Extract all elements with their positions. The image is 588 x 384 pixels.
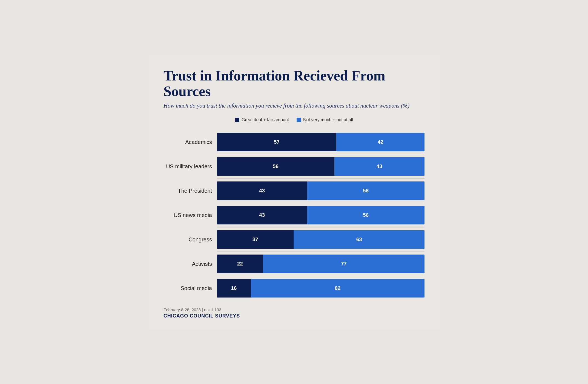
- chart-area: Academics5742US military leaders5643The …: [164, 133, 424, 298]
- bar-container: 4356: [217, 206, 424, 224]
- bar-container: 5643: [217, 157, 424, 176]
- legend-dark-swatch: [235, 118, 239, 122]
- bar-row: Academics5742: [164, 133, 424, 151]
- row-divider: [217, 252, 424, 252]
- bar-dark: 22: [217, 255, 263, 273]
- row-label: Social media: [164, 285, 217, 291]
- row-label: The President: [164, 187, 217, 194]
- row-label: Congress: [164, 236, 217, 243]
- bar-light: 43: [334, 157, 424, 176]
- bar-light: 82: [251, 279, 424, 298]
- row-label: US news media: [164, 212, 217, 218]
- bar-dark: 43: [217, 181, 307, 200]
- row-label: US military leaders: [164, 163, 217, 170]
- row-label: Academics: [164, 139, 217, 145]
- bar-row: US news media4356: [164, 206, 424, 224]
- legend-light: Not very much + not at all: [297, 117, 353, 122]
- bar-dark: 56: [217, 157, 334, 176]
- bar-row: Congress3763: [164, 230, 424, 249]
- row-divider: [217, 227, 424, 227]
- bar-container: 3763: [217, 230, 424, 249]
- bar-row: The President4356: [164, 181, 424, 200]
- legend-dark-label: Great deal + fair amount: [242, 117, 289, 122]
- legend: Great deal + fair amount Not very much +…: [164, 117, 424, 122]
- row-label: Activists: [164, 261, 217, 267]
- bar-container: 5742: [217, 133, 424, 151]
- row-divider: [217, 178, 424, 179]
- bar-row: Social media1682: [164, 279, 424, 298]
- bar-row: US military leaders5643: [164, 157, 424, 176]
- legend-light-swatch: [297, 118, 301, 122]
- bar-light: 77: [263, 255, 424, 273]
- row-divider: [217, 203, 424, 203]
- chart-card: Trust in Information Recieved From Sourc…: [147, 54, 441, 330]
- bar-dark: 37: [217, 230, 294, 249]
- bar-container: 1682: [217, 279, 424, 298]
- bar-dark: 43: [217, 206, 307, 224]
- bar-light: 42: [336, 133, 424, 151]
- chart-title: Trust in Information Recieved From Sourc…: [164, 68, 424, 99]
- legend-light-label: Not very much + not at all: [303, 117, 353, 122]
- footer-org: Chicago Council Surveys: [164, 313, 424, 319]
- bar-row: Activists2277: [164, 255, 424, 273]
- row-divider: [217, 276, 424, 276]
- bar-container: 4356: [217, 181, 424, 200]
- legend-dark: Great deal + fair amount: [235, 117, 289, 122]
- footer: February 8-28, 2023 | n = 1,133 Chicago …: [164, 307, 424, 319]
- bar-dark: 57: [217, 133, 336, 151]
- bar-light: 56: [307, 206, 424, 224]
- chart-subtitle: How much do you trust the information yo…: [164, 102, 424, 110]
- bar-light: 56: [307, 181, 424, 200]
- footer-date: February 8-28, 2023 | n = 1,133: [164, 307, 424, 312]
- bar-dark: 16: [217, 279, 251, 298]
- row-divider: [217, 154, 424, 154]
- bar-light: 63: [294, 230, 424, 249]
- bar-container: 2277: [217, 255, 424, 273]
